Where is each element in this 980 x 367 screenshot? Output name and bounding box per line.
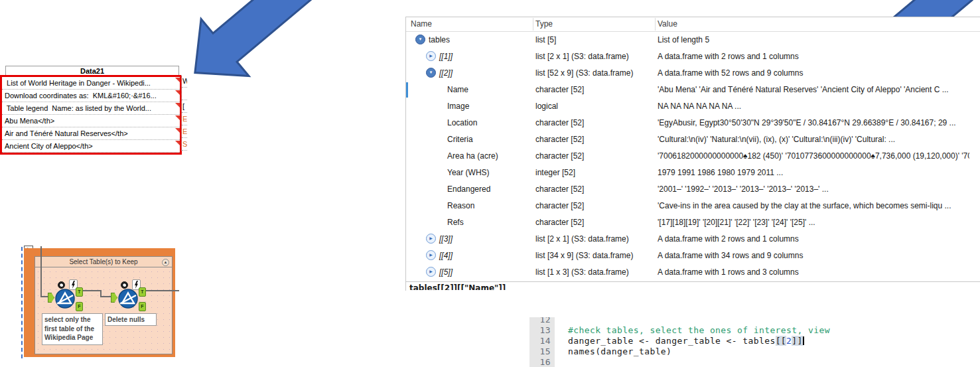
env-item-name: [[1]]	[439, 52, 453, 61]
env-item-value: '[17][18][19]' '[20][21]' '[22]' '[23]' …	[658, 214, 969, 231]
line-number: 15	[529, 346, 555, 357]
comment-flag-icon	[0, 126, 2, 131]
env-item-type: list [1 x 3] (S3: data.frame)	[535, 264, 629, 281]
wire	[82, 290, 102, 291]
env-row[interactable]: ▶[[5]]list [1 x 3] (S3: data.frame)A dat…	[406, 264, 980, 281]
env-item-type: list [34 x 9] (S3: data.frame)	[535, 248, 633, 264]
excel-overflow-text: E	[182, 113, 187, 125]
code-editor-pane[interactable]: 1213#check tables, select the ones of in…	[524, 317, 863, 367]
env-row[interactable]: ▼[[2]]list [52 x 9] (S3: data.frame)A da…	[406, 65, 980, 82]
false-output-anchor[interactable]: F	[139, 302, 146, 311]
env-item-name: [[3]]	[439, 234, 453, 244]
column-header-type[interactable]: Type	[535, 19, 553, 29]
env-row[interactable]: Namecharacter [52]'Abu Mena' 'Air and Té…	[406, 82, 980, 98]
environment-pane: Name Type Value ▼tableslist [5]List of l…	[405, 17, 980, 291]
excel-cell[interactable]: Abu Mena</th>	[2, 115, 180, 127]
excel-overflow-text: E	[182, 125, 187, 138]
true-output-anchor[interactable]: T	[76, 287, 83, 297]
env-rows: ▼tableslist [5]List of length 5▶[[1]]lis…	[406, 32, 980, 281]
code-line[interactable]: 14danger_table <- danger_table <- tables…	[524, 336, 863, 346]
column-header-value[interactable]: Value	[658, 19, 677, 29]
env-item-type: character [52]	[535, 82, 584, 98]
env-row[interactable]: ImagelogicalNA NA NA NA NA NA ...	[406, 98, 980, 115]
collapse-icon[interactable]: ▼	[426, 68, 436, 78]
env-row[interactable]: ▶[[1]]list [2 x 1] (S3: data.frame)A dat…	[406, 48, 980, 65]
true-output-anchor[interactable]: T	[139, 287, 146, 297]
excel-cell[interactable]: Ancient City of Aleppo</th>	[2, 140, 180, 153]
excel-cell[interactable]: Download coordinates as: KML&#160;·&#16.…	[2, 90, 180, 102]
env-item-value: A data.frame with 2 rows and 1 columns	[658, 48, 969, 65]
browse-anywhere-icon[interactable]	[58, 281, 65, 289]
comment-flag-icon	[0, 76, 2, 81]
env-row[interactable]: Reasoncharacter [52]'Cave-ins in the are…	[406, 198, 980, 214]
collapse-button[interactable]: ▲	[162, 259, 169, 266]
page-root: Data21 List of World Heritage in Danger …	[0, 0, 980, 367]
env-item-type: list [2 x 1] (S3: data.frame)	[535, 48, 629, 65]
env-item-value: 'Abu Mena' 'Air and Ténéré Natural Reser…	[658, 82, 969, 98]
excel-overflow-text: S	[182, 138, 187, 151]
env-row[interactable]: ▶[[4]]list [34 x 9] (S3: data.frame)A da…	[406, 248, 980, 264]
env-item-name: Name	[447, 85, 468, 94]
expand-icon[interactable]: ▶	[426, 250, 436, 260]
env-item-value: 'Cultural:\n(iv)' 'Natural:\n(vii), (ix)…	[658, 131, 969, 148]
code-line[interactable]: 13#check tables, select the ones of inte…	[524, 325, 863, 336]
column-divider[interactable]	[533, 18, 533, 31]
tool-annotation[interactable]: select only the first table of the Wikip…	[42, 313, 103, 345]
env-item-type: character [52]	[535, 148, 584, 165]
env-row[interactable]: Locationcharacter [52]'EgyAbusir, Egypt3…	[406, 115, 980, 131]
comment-flag-icon	[0, 101, 2, 106]
env-row[interactable]: Endangeredcharacter [52]'2001–' '1992–' …	[406, 181, 980, 198]
env-item-value: 'Cave-ins in the area caused by the clay…	[658, 198, 969, 214]
env-row[interactable]: Year (WHS)integer [52]1979 1991 1986 198…	[406, 165, 980, 181]
wire	[40, 246, 42, 297]
excel-cell-text: List of World Heritage in Danger - Wikip…	[5, 79, 151, 87]
env-row[interactable]: ▼tableslist [5]List of length 5	[406, 32, 980, 48]
comment-flag-icon	[175, 103, 180, 108]
excel-cell[interactable]: List of World Heritage in Danger - Wikip…	[2, 77, 180, 90]
comment-flag-icon	[0, 113, 2, 119]
tool-annotation[interactable]: Delete nulls	[105, 313, 157, 326]
tool-container-titlebar[interactable]: Select Table(s) to Keep ▲	[35, 256, 173, 267]
false-output-anchor[interactable]: F	[76, 302, 83, 311]
code-line[interactable]: 12	[524, 317, 863, 325]
comment-flag-icon	[175, 78, 180, 82]
env-item-name: tables	[429, 35, 450, 44]
env-item-name: Refs	[447, 218, 464, 227]
tool-container-title: Select Table(s) to Keep	[69, 258, 137, 265]
browse-anywhere-icon[interactable]	[121, 281, 128, 289]
env-item-value: List of length 5	[658, 32, 969, 48]
excel-table: List of World Heritage in Danger - Wikip…	[0, 75, 182, 155]
env-item-value: '2001–' '1992–' '2013–' '2013–' '2013–' …	[658, 181, 969, 198]
env-item-value: NA NA NA NA NA NA ...	[658, 98, 969, 115]
code-segment: names(danger_table)	[568, 346, 671, 356]
env-item-type: character [52]	[535, 214, 584, 231]
code-line[interactable]: 15names(danger_table)	[524, 346, 863, 357]
env-row[interactable]: Criteriacharacter [52]'Cultural:\n(iv)' …	[406, 131, 980, 148]
line-number: 14	[529, 336, 555, 346]
env-item-name: Image	[447, 102, 469, 111]
env-item-type: list [52 x 9] (S3: data.frame)	[535, 65, 633, 82]
column-divider[interactable]	[655, 18, 656, 31]
collapse-icon[interactable]: ▼	[415, 35, 425, 44]
filter-tool-icon[interactable]	[55, 289, 75, 309]
canvas-selection-edge	[21, 247, 23, 358]
excel-overflow-text: [	[182, 100, 187, 113]
env-row[interactable]: Area ha (acre)character [52]'70061820000…	[406, 148, 980, 165]
env-row[interactable]: ▶[[3]]list [2 x 1] (S3: data.frame)A dat…	[406, 231, 980, 248]
env-row[interactable]: Refscharacter [52]'[17][18][19]' '[20][2…	[406, 214, 980, 231]
excel-cell[interactable]: Table legend Name: as listed by the Worl…	[2, 102, 180, 115]
env-item-name: [[5]]	[439, 267, 453, 277]
comment-flag-icon	[175, 115, 180, 120]
env-item-name: Reason	[447, 201, 474, 210]
expand-icon[interactable]: ▶	[426, 267, 436, 277]
excel-cell-text: Air and Ténéré Natural Reserves</th>	[5, 129, 128, 137]
excel-overflow-text	[182, 88, 187, 100]
excel-cell[interactable]: Air and Ténéré Natural Reserves</th>	[2, 127, 180, 140]
comment-flag-icon	[175, 90, 180, 95]
code-line[interactable]: 16	[524, 357, 863, 367]
env-item-value: A data.frame with 34 rows and 9 columns	[658, 248, 969, 264]
column-header-name[interactable]: Name	[411, 19, 432, 29]
expand-icon[interactable]: ▶	[426, 234, 436, 244]
filter-tool-icon[interactable]	[118, 289, 138, 309]
expand-icon[interactable]: ▶	[426, 51, 436, 61]
